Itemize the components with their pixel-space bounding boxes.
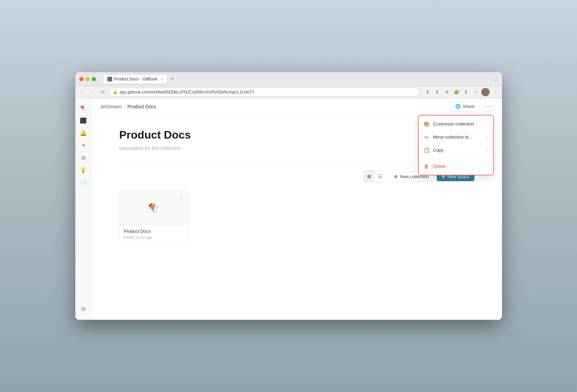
menu-item-move[interactable]: ↪ Move collection to... › bbox=[419, 131, 493, 144]
move-arrow-icon: › bbox=[487, 134, 488, 140]
profile-button[interactable] bbox=[481, 88, 490, 96]
breadcrumb-current: Product Docs bbox=[127, 104, 156, 109]
sidebar-icon-insights[interactable]: 💡 bbox=[78, 164, 89, 175]
sidebar-icon-docs[interactable]: 📄 bbox=[78, 177, 89, 188]
page-header: JetStream / Product Docs 🌐 Share ⋯ 🎨 Cus bbox=[92, 98, 502, 115]
sidebar: 🪁 ⬛ 🔔 ✦ ⊞ 💡 📄 ⚙ bbox=[75, 98, 92, 320]
more-options-button[interactable]: ⋯ bbox=[483, 101, 494, 112]
address-bar: ← → ⟳ 🔒 app.gitbook.com/o/rHbw65DDeLxPNJ… bbox=[75, 86, 502, 98]
content-area: JetStream / Product Docs 🌐 Share ⋯ 🎨 Cus bbox=[92, 98, 502, 320]
delete-icon: 🗑 bbox=[424, 163, 430, 169]
minimize-window-button[interactable] bbox=[86, 77, 90, 81]
copy-icon: 📋 bbox=[424, 147, 430, 153]
browser-tab[interactable]: Product Docs - GitBook × bbox=[103, 74, 167, 84]
puzzle-button[interactable]: 🧩 bbox=[452, 88, 461, 96]
close-window-button[interactable] bbox=[79, 77, 84, 81]
header-actions: 🌐 Share ⋯ 🎨 Customize collection ↪ Move … bbox=[450, 101, 494, 112]
menu-item-customize-label: Customize collection bbox=[433, 121, 474, 127]
sidebar-icon-settings[interactable]: ⚙ bbox=[78, 305, 89, 316]
app-container: 🪁 ⬛ 🔔 ✦ ⊞ 💡 📄 ⚙ JetStream / Product Docs bbox=[75, 98, 502, 320]
traffic-lights bbox=[79, 77, 96, 81]
extensions-button[interactable]: ⬆ bbox=[424, 88, 432, 96]
breadcrumb: JetStream / Product Docs bbox=[100, 104, 157, 109]
sidebar-icon-notifications[interactable]: 🔔 bbox=[78, 127, 89, 138]
display-button[interactable]: ▪ bbox=[472, 88, 480, 96]
title-bar: Product Docs - GitBook × + ⌄ bbox=[75, 72, 502, 86]
menu-item-copy[interactable]: 📋 Copy › bbox=[419, 144, 493, 157]
card-more-button[interactable]: ⋮ bbox=[177, 194, 185, 202]
tab-favicon bbox=[107, 77, 112, 81]
sidebar-icon-logo[interactable]: 🪁 bbox=[78, 102, 89, 113]
tab-close-button[interactable]: × bbox=[161, 77, 163, 81]
tab-title: Product Docs - GitBook bbox=[114, 77, 157, 81]
new-collection-icon: ⊕ bbox=[394, 174, 398, 179]
forward-button[interactable]: → bbox=[88, 88, 97, 96]
menu-divider bbox=[419, 158, 493, 159]
browser-actions: ⬆ ⬆ ★ 🧩 ⬇ ▪ ⋮ bbox=[424, 88, 499, 96]
download-button[interactable]: ⬇ bbox=[462, 88, 470, 96]
maximize-window-button[interactable] bbox=[92, 77, 96, 81]
card-title: Product Docs bbox=[124, 229, 184, 234]
url-bar[interactable]: 🔒 app.gitbook.com/o/rHbw65DDeLxPNJCcyI09… bbox=[109, 88, 420, 97]
window-menu-button[interactable]: ⌄ bbox=[494, 76, 498, 82]
dropdown-menu: 🎨 Customize collection ↪ Move collection… bbox=[418, 115, 494, 175]
card-meta: Edited 11mo ago bbox=[124, 235, 184, 239]
view-toggle: ⊞ ☰ bbox=[363, 171, 386, 182]
lock-icon: 🔒 bbox=[113, 90, 118, 94]
breadcrumb-separator: / bbox=[124, 104, 125, 109]
card-body: Product Docs Edited 11mo ago bbox=[120, 225, 188, 243]
menu-item-customize[interactable]: 🎨 Customize collection bbox=[419, 118, 493, 131]
breadcrumb-parent[interactable]: JetStream bbox=[100, 104, 122, 109]
sidebar-icon-spaces[interactable]: ⊞ bbox=[78, 152, 89, 163]
grid-view-button[interactable]: ⊞ bbox=[364, 171, 375, 182]
sidebar-icon-pages[interactable]: ⬛ bbox=[78, 115, 89, 126]
back-button[interactable]: ← bbox=[78, 88, 86, 96]
url-text: app.gitbook.com/o/rHbw65DDeLxPNJCcyI09/c… bbox=[120, 90, 255, 95]
sidebar-icon-integrations[interactable]: ✦ bbox=[78, 140, 89, 151]
tab-bar: Product Docs - GitBook × + bbox=[103, 74, 491, 84]
bookmark-button[interactable]: ⬆ bbox=[433, 88, 441, 96]
menu-item-delete[interactable]: 🗑 Delete bbox=[419, 160, 493, 173]
copy-arrow-icon: › bbox=[487, 148, 488, 153]
reload-button[interactable]: ⟳ bbox=[99, 88, 107, 96]
new-tab-button[interactable]: + bbox=[169, 75, 177, 83]
menu-item-copy-label: Copy bbox=[433, 148, 444, 153]
collection-card[interactable]: 🪁 ⋮ Product Docs Edited 11mo ago bbox=[119, 190, 188, 243]
cards-grid: 🪁 ⋮ Product Docs Edited 11mo ago bbox=[119, 190, 474, 243]
card-preview: 🪁 ⋮ bbox=[120, 191, 188, 225]
menu-item-move-label: Move collection to... bbox=[433, 134, 473, 140]
star-button[interactable]: ★ bbox=[443, 88, 451, 96]
chrome-menu-button[interactable]: ⋮ bbox=[491, 88, 499, 96]
list-view-button[interactable]: ☰ bbox=[375, 171, 386, 182]
move-icon: ↪ bbox=[424, 134, 430, 140]
share-label: Share bbox=[463, 104, 475, 109]
globe-icon: 🌐 bbox=[455, 104, 461, 109]
card-preview-icon: 🪁 bbox=[148, 202, 160, 214]
share-button[interactable]: 🌐 Share bbox=[450, 101, 480, 111]
menu-item-delete-label: Delete bbox=[433, 164, 446, 169]
customize-icon: 🎨 bbox=[424, 121, 430, 127]
